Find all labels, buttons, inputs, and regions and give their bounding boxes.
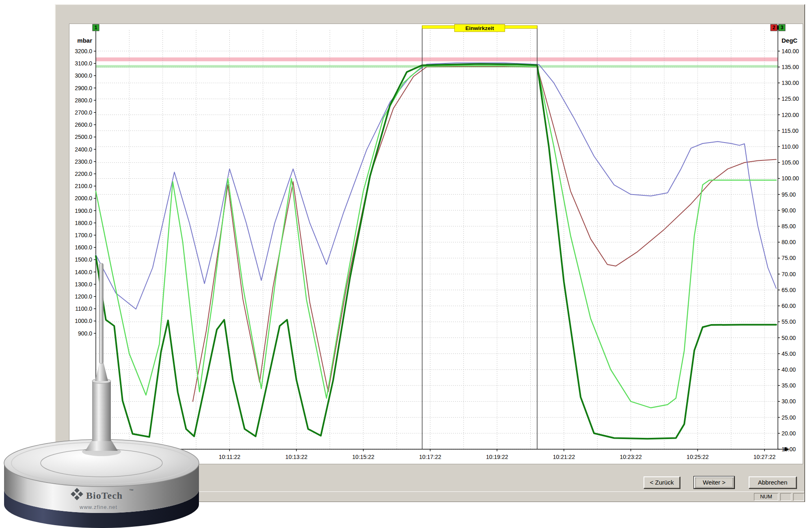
- y-right-axis-title: DegC: [782, 37, 797, 44]
- x-tick-label: 10:11:22: [219, 454, 241, 460]
- y-right-tick-label: 35.00: [782, 382, 796, 389]
- y-left-tick-label: 2400.0: [75, 146, 92, 153]
- y-right-tick-label: 25.00: [782, 414, 796, 421]
- x-tick-label: 10:17:22: [419, 454, 441, 460]
- y-left-tick-label: 2000.0: [75, 195, 92, 201]
- y-right-tick-label: 125.00: [782, 95, 799, 102]
- y-left-axis-title: mbar: [77, 37, 92, 44]
- probe-rod: [99, 263, 104, 364]
- y-left-tick-label: 1900.0: [75, 208, 92, 214]
- y-right-tick-label: 115.00: [782, 128, 799, 134]
- y-right-tick-label: 30.00: [782, 398, 796, 405]
- y-right-tick-label: 140.00: [782, 48, 799, 54]
- probe-cone: [95, 363, 108, 381]
- y-right-tick-label: 60.00: [782, 303, 796, 309]
- y-left-tick-label: 2500.0: [75, 134, 92, 140]
- y-right-tick-label: 75.00: [782, 255, 796, 261]
- y-right-tick-label: 50.00: [782, 335, 796, 341]
- x-tick-label: 10:19:22: [486, 454, 508, 460]
- y-right-tick-label: 40.00: [782, 366, 796, 373]
- status-panel-1: [780, 493, 791, 501]
- y-left-tick-label: 2900.0: [75, 85, 92, 91]
- y-right-tick-label: 85.00: [782, 223, 796, 229]
- y-right-tick-label: 20.00: [782, 430, 796, 437]
- channel-indicator-2-digit: 2: [773, 25, 775, 30]
- y-right-tick-label: 105.00: [782, 159, 799, 166]
- status-panel-2: [793, 493, 804, 501]
- brand-website: www.zfine.net: [79, 504, 117, 510]
- y-right-tick-label: 55.00: [782, 318, 796, 325]
- y-right-tick-label: 65.00: [782, 287, 796, 293]
- y-left-tick-label: 3200.0: [75, 48, 92, 54]
- y-left-tick-label: 2800.0: [75, 97, 92, 104]
- channel-indicator-1-digit: 1: [95, 25, 97, 30]
- y-left-tick-label: 3000.0: [75, 72, 92, 79]
- y-left-tick-label: 1600.0: [75, 244, 92, 251]
- x-tick-label: 10:27:22: [754, 454, 776, 460]
- x-tick-label: 10:21:22: [553, 454, 575, 460]
- x-tick-label: 10:23:22: [620, 454, 642, 460]
- probe-hub: [92, 381, 111, 441]
- y-left-tick-label: 2700.0: [75, 109, 92, 116]
- series-temp-dark-red: [193, 66, 776, 401]
- hold-time-label: Einwirkzeit: [465, 25, 494, 31]
- status-num-indicator: NUM: [754, 493, 778, 501]
- brand-name: BioTech: [86, 490, 123, 501]
- next-button[interactable]: Weiter >: [694, 476, 734, 489]
- y-right-tick-label: 135.00: [782, 64, 799, 70]
- y-left-tick-label: 2200.0: [75, 171, 92, 177]
- y-right-tick-label: 100.00: [782, 175, 799, 182]
- y-left-tick-label: 1700.0: [75, 232, 92, 238]
- y-right-tick-label: 120.00: [782, 112, 799, 118]
- x-tick-label: 10:15:22: [352, 454, 375, 460]
- datalogger-photo: BioTech ™ www.zfine.net: [0, 252, 211, 528]
- limit-band: [96, 57, 778, 61]
- next-button-label: Weiter >: [695, 478, 733, 487]
- y-left-tick-label: 2100.0: [75, 183, 92, 189]
- y-right-tick-label: 130.00: [782, 80, 799, 86]
- y-right-tick-label: 15.00: [782, 446, 796, 452]
- y-right-tick-label: 95.00: [782, 191, 796, 198]
- y-right-tick-label: 90.00: [782, 207, 796, 214]
- y-right-tick-label: 110.00: [782, 143, 799, 150]
- y-right-tick-label: 70.00: [782, 271, 796, 277]
- y-left-tick-label: 3100.0: [75, 60, 92, 67]
- y-left-tick-label: 2300.0: [75, 158, 92, 165]
- x-tick-label: 10:25:22: [687, 454, 709, 460]
- brand-trademark: ™: [129, 488, 134, 493]
- cancel-button[interactable]: Abbrechen: [749, 476, 797, 489]
- back-button[interactable]: < Zurück: [644, 476, 680, 489]
- channel-indicator-3-digit: 3: [781, 25, 784, 30]
- y-right-tick-label: 80.00: [782, 239, 796, 245]
- y-left-tick-label: 2600.0: [75, 121, 92, 128]
- y-left-tick-label: 1800.0: [75, 220, 92, 226]
- y-right-tick-label: 45.00: [782, 351, 796, 357]
- x-tick-label: 10:13:22: [285, 454, 308, 460]
